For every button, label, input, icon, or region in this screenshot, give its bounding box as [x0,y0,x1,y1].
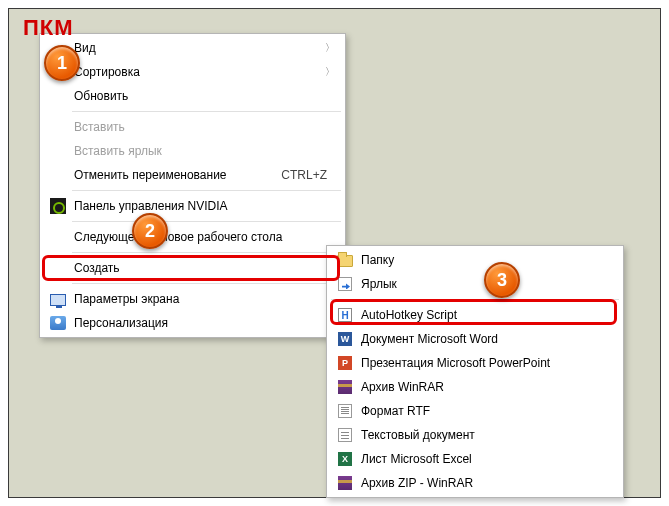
blank-icon [46,118,70,136]
menu-label: Персонализация [70,316,337,330]
blank-icon [46,166,70,184]
submenu-item-word[interactable]: W Документ Microsoft Word [329,327,621,351]
submenu-item-excel[interactable]: X Лист Microsoft Excel [329,447,621,471]
menu-label: Создать [70,261,325,275]
shortcut-icon [333,275,357,293]
menu-item-sort[interactable]: Сортировка 〉 [42,60,343,84]
personalize-icon [46,314,70,332]
desktop-area[interactable]: ПКМ Вид 〉 Сортировка 〉 Обновить Вставить… [8,8,661,498]
submenu-item-folder[interactable]: Папку [329,248,621,272]
annotation-badge-2: 2 [132,213,168,249]
menu-item-next-background[interactable]: Следующее фоновое рабочего стола [42,225,343,249]
submenu-create: Папку Ярлык H AutoHotkey Script W Докуме… [326,245,624,498]
powerpoint-icon: P [333,354,357,372]
menu-label: Параметры экрана [70,292,337,306]
menu-item-undo-rename[interactable]: Отменить переименование CTRL+Z [42,163,343,187]
menu-label: Панель управления NVIDIA [70,199,337,213]
menu-label: Лист Microsoft Excel [357,452,615,466]
menu-label: Папку [357,253,615,267]
excel-icon: X [333,450,357,468]
separator [72,190,341,191]
chevron-right-icon: 〉 [325,41,337,55]
blank-icon [46,259,70,277]
menu-shortcut: CTRL+Z [281,168,337,182]
winrar-icon [333,474,357,492]
annotation-badge-1: 1 [44,45,80,81]
blank-icon [46,228,70,246]
menu-label: Обновить [70,89,337,103]
menu-item-paste: Вставить [42,115,343,139]
menu-label: Сортировка [70,65,325,79]
nvidia-icon [46,197,70,215]
separator [72,252,341,253]
separator [72,221,341,222]
blank-icon [46,142,70,160]
annotation-badge-3: 3 [484,262,520,298]
menu-item-personalize[interactable]: Персонализация [42,311,343,335]
submenu-item-zip[interactable]: Архив ZIP - WinRAR [329,471,621,495]
annotation-pkm: ПКМ [23,15,74,41]
menu-label: Следующее фоновое рабочего стола [70,230,337,244]
word-icon: W [333,330,357,348]
menu-label: Отменить переименование [70,168,281,182]
menu-item-nvidia[interactable]: Панель управления NVIDIA [42,194,343,218]
submenu-item-text[interactable]: Текстовый документ [329,423,621,447]
menu-label: Формат RTF [357,404,615,418]
menu-label: Архив WinRAR [357,380,615,394]
separator [72,111,341,112]
menu-label: Вид [70,41,325,55]
ahk-icon: H [333,306,357,324]
rtf-icon [333,402,357,420]
chevron-right-icon: 〉 [325,65,337,79]
menu-item-create[interactable]: Создать 〉 [42,256,343,280]
submenu-item-shortcut[interactable]: Ярлык [329,272,621,296]
menu-label: Вставить ярлык [70,144,337,158]
text-icon [333,426,357,444]
menu-item-view[interactable]: Вид 〉 [42,36,343,60]
menu-label: Документ Microsoft Word [357,332,615,346]
submenu-item-rtf[interactable]: Формат RTF [329,399,621,423]
blank-icon [46,87,70,105]
display-icon [46,290,70,308]
submenu-item-winrar[interactable]: Архив WinRAR [329,375,621,399]
menu-label: Архив ZIP - WinRAR [357,476,615,490]
winrar-icon [333,378,357,396]
submenu-item-ahk[interactable]: H AutoHotkey Script [329,303,621,327]
menu-label: Текстовый документ [357,428,615,442]
menu-label: Презентация Microsoft PowerPoint [357,356,615,370]
menu-item-display-settings[interactable]: Параметры экрана [42,287,343,311]
menu-label: AutoHotkey Script [357,308,615,322]
submenu-item-powerpoint[interactable]: P Презентация Microsoft PowerPoint [329,351,621,375]
menu-item-paste-shortcut: Вставить ярлык [42,139,343,163]
context-menu: Вид 〉 Сортировка 〉 Обновить Вставить Вст… [39,33,346,338]
separator [72,283,341,284]
menu-item-refresh[interactable]: Обновить [42,84,343,108]
menu-label: Вставить [70,120,337,134]
separator [331,299,619,300]
folder-icon [333,251,357,269]
